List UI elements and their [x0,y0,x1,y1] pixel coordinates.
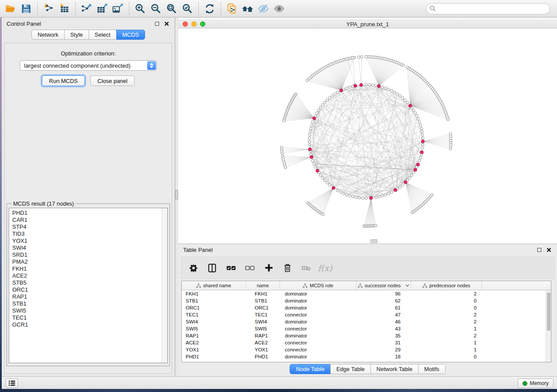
mcds-node[interactable] [308,148,311,151]
table-row[interactable]: ACE2ACE2connector311 [182,339,551,346]
horizontal-splitter-handle[interactable] [370,239,377,243]
network-node[interactable] [375,196,377,199]
network-node[interactable] [355,196,357,199]
network-node[interactable] [421,147,424,149]
network-node[interactable] [412,109,415,112]
network-node[interactable] [399,186,401,188]
network-node[interactable] [417,118,419,120]
column-header-predecessor-nodes[interactable]: predecessor nodes [411,281,482,290]
column-header-shared-name[interactable]: shared name [182,281,246,290]
network-node[interactable] [410,174,413,177]
network-node[interactable] [309,130,311,133]
network-node[interactable] [339,191,342,193]
network-node[interactable] [336,189,339,192]
criterion-dropdown[interactable]: largest connected component (undirected) [20,60,157,71]
network-node[interactable] [313,163,315,165]
network-leaf-node[interactable] [365,55,367,58]
network-node[interactable] [319,106,322,109]
network-node[interactable] [418,121,421,124]
network-node[interactable] [346,193,348,196]
network-node[interactable] [381,195,384,197]
tab-style[interactable]: Style [64,30,89,40]
network-node[interactable] [378,196,381,198]
network-leaf-node[interactable] [283,120,285,122]
network-node[interactable] [421,130,423,133]
network-node[interactable] [317,109,320,112]
network-node[interactable] [349,195,351,197]
network-node[interactable] [319,174,322,177]
network-node[interactable] [365,83,367,86]
result-node-item[interactable]: PHD1 [9,210,167,217]
column-header-MCDS-role[interactable]: MCDS role [280,281,356,290]
close-table-panel-icon[interactable] [545,247,552,254]
open-folder-icon[interactable] [3,1,18,16]
mcds-node[interactable] [354,84,357,87]
network-node[interactable] [326,182,329,184]
zoom-selected-icon[interactable] [180,1,195,16]
float-table-panel-icon[interactable] [536,247,543,254]
mcds-node[interactable] [404,181,407,184]
network-node[interactable] [408,177,411,179]
trash-icon[interactable] [283,263,292,273]
run-mcds-button[interactable]: Run MCDS [42,76,85,86]
network-node[interactable] [336,91,339,93]
result-node-item[interactable]: TEC1 [9,314,167,321]
network-node[interactable] [311,121,314,124]
mcds-result-list[interactable]: PHD1CAR1STP4TID3YOX1SWI4SRD1PMA2FKH1ACE2… [9,208,168,363]
result-node-item[interactable]: RAP1 [9,293,167,300]
network-node[interactable] [343,192,345,195]
result-node-item[interactable]: SWI4 [9,244,167,251]
result-node-item[interactable]: CAR1 [9,217,167,224]
gear-icon[interactable] [189,263,198,273]
table-scrollbar[interactable] [546,290,551,362]
memory-button[interactable]: Memory [518,378,554,388]
columns-icon[interactable] [208,263,217,273]
network-node[interactable] [315,112,318,114]
float-panel-icon[interactable] [153,21,160,28]
export-table-icon[interactable] [94,1,110,16]
tab-select[interactable]: Select [89,30,117,40]
result-node-item[interactable]: STB1 [9,300,167,307]
network-node[interactable] [381,86,384,89]
mcds-node[interactable] [408,104,412,107]
mcds-node[interactable] [339,89,343,92]
network-node[interactable] [387,88,390,91]
network-node[interactable] [375,84,377,87]
zoom-in-icon[interactable] [132,1,148,16]
refresh-icon[interactable] [202,1,218,16]
network-leaf-node[interactable] [357,56,360,58]
result-node-item[interactable]: GCR1 [9,321,167,328]
network-node[interactable] [422,144,424,146]
network-node[interactable] [346,87,348,89]
save-icon[interactable] [18,1,34,16]
select-all-icon[interactable] [226,263,236,273]
first-neighbors-icon[interactable] [240,1,256,16]
table-tab-network-table[interactable]: Network Table [370,364,419,374]
result-node-item[interactable]: ACE2 [9,272,167,279]
network-node[interactable] [390,89,393,92]
network-node[interactable] [361,197,364,199]
result-node-item[interactable]: SRD1 [9,251,167,258]
status-menu-button[interactable] [6,378,18,388]
mcds-node[interactable] [370,196,373,199]
export-image-icon[interactable] [110,1,126,16]
network-node[interactable] [396,93,398,95]
network-leaf-node[interactable] [306,79,308,82]
network-leaf-node[interactable] [360,55,363,58]
table-row[interactable]: TEC1TEC1connector472 [182,311,551,318]
unselect-all-icon[interactable] [245,263,255,273]
network-node[interactable] [414,112,417,114]
network-node[interactable] [323,101,326,104]
network-node[interactable] [328,96,331,99]
tab-network[interactable]: Network [31,30,65,40]
network-node[interactable] [349,86,351,89]
network-node[interactable] [311,160,314,162]
network-node[interactable] [404,99,406,101]
result-node-item[interactable]: SWI5 [9,307,167,314]
network-leaf-node[interactable] [431,193,433,196]
table-scroll-thumb[interactable] [547,292,550,331]
table-row[interactable]: FKH1FKH1dominator962 [182,290,551,297]
network-node[interactable] [384,193,387,196]
zoom-out-icon[interactable] [148,1,164,16]
search-input[interactable] [426,3,550,14]
